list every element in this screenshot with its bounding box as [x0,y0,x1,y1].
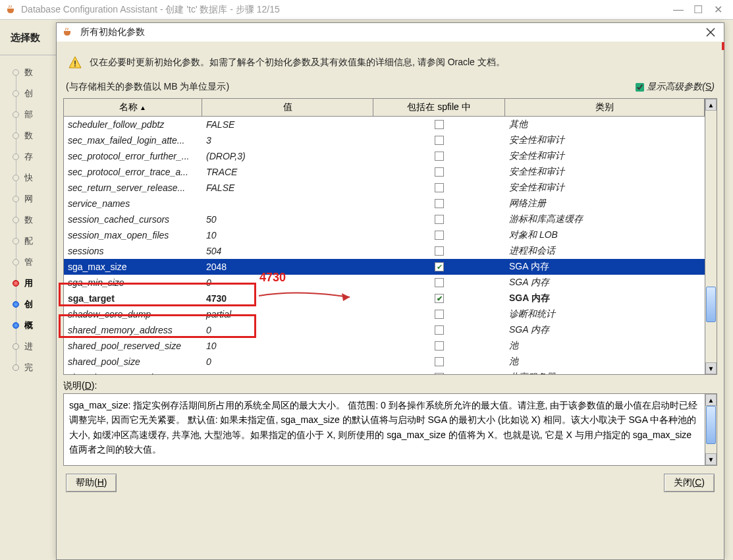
wizard-step[interactable]: 概 [16,318,49,333]
cell-spfile[interactable] [373,310,505,319]
table-row[interactable]: shared_pool_size0池 [64,354,705,370]
cell-value[interactable]: FALSE [202,182,373,193]
cell-spfile[interactable] [373,357,505,366]
cell-value[interactable]: 50 [202,214,373,225]
cell-value[interactable]: 10 [202,341,373,351]
spfile-checkbox[interactable] [435,357,444,366]
spfile-checkbox[interactable]: ✔ [435,262,444,271]
wizard-step[interactable]: 数 [16,212,49,228]
desc-scrollbar[interactable]: ▲ ▼ [705,394,717,465]
cell-spfile[interactable] [373,183,505,192]
cell-value[interactable]: 10 [202,230,373,240]
header-spfile[interactable]: 包括在 spfile 中 [373,99,505,116]
close-button[interactable]: 关闭(C) [664,474,715,492]
wizard-step[interactable]: 管 [16,254,49,270]
cell-value[interactable]: partial [202,309,373,320]
cell-value[interactable]: (DROP,3) [202,151,373,161]
show-advanced-checkbox-input[interactable] [636,83,644,92]
cell-spfile[interactable]: ✔ [373,294,505,303]
maximize-button[interactable]: ☐ [688,3,708,16]
spfile-checkbox[interactable] [435,167,444,177]
cell-spfile[interactable]: ✔ [373,262,505,271]
table-scrollbar[interactable]: ▲ ▼ [705,99,717,374]
table-row[interactable]: shared_server_sessions共享服务器 [64,370,705,374]
cell-value[interactable]: 4730 [202,293,373,304]
desc-scroll-down[interactable]: ▼ [705,453,717,465]
cell-value[interactable]: 0 [202,325,373,335]
spfile-checkbox[interactable] [435,215,444,224]
spfile-checkbox[interactable] [435,341,444,350]
cell-value[interactable]: TRACE [202,167,373,177]
spfile-checkbox[interactable]: ✔ [435,294,444,303]
wizard-step[interactable]: 数 [16,65,49,80]
table-row[interactable]: service_names网络注册 [64,196,705,211]
spfile-checkbox[interactable] [435,310,444,319]
wizard-step[interactable]: 进 [16,339,49,354]
spfile-checkbox[interactable] [435,199,444,208]
cell-spfile[interactable] [373,152,505,161]
description-textarea[interactable]: sga_max_size: 指定实例存活期间所占用的系统全局区的最大大小。 值范… [64,394,705,465]
cell-spfile[interactable] [373,325,505,335]
spfile-checkbox[interactable] [435,246,444,256]
table-row[interactable]: sga_target4730✔SGA 内存 [64,291,705,306]
cell-spfile[interactable] [373,231,505,240]
cell-spfile[interactable] [373,136,505,145]
table-row[interactable]: session_max_open_files10对象和 LOB [64,227,705,243]
cell-spfile[interactable] [373,278,505,287]
wizard-step[interactable]: 配 [16,233,49,249]
spfile-checkbox[interactable] [435,373,444,374]
table-row[interactable]: sessions504进程和会话 [64,243,705,259]
cell-spfile[interactable] [373,167,505,177]
cell-value[interactable]: FALSE [202,119,373,130]
wizard-step[interactable]: 用 [16,275,49,291]
cell-spfile[interactable] [373,373,505,374]
table-row[interactable]: sec_protocol_error_trace_a...TRACE安全性和审计 [64,164,705,180]
wizard-step[interactable]: 存 [16,149,49,165]
table-row[interactable]: shared_memory_address0SGA 内存 [64,322,705,338]
header-name[interactable]: 名称 [64,99,202,116]
spfile-checkbox[interactable] [435,231,444,240]
cell-value[interactable]: 0 [202,356,373,367]
scroll-up-button[interactable]: ▲ [705,99,717,111]
main-close-button[interactable]: ✕ [708,3,728,16]
cell-value[interactable]: 2048 [202,262,373,272]
spfile-checkbox[interactable] [435,325,444,335]
wizard-step[interactable]: 网 [16,191,49,207]
desc-scroll-thumb[interactable] [706,406,716,444]
table-row[interactable]: shadow_core_dumppartial诊断和统计 [64,306,705,322]
cell-spfile[interactable] [373,341,505,350]
cell-value[interactable]: 0 [202,277,373,288]
desc-scroll-up[interactable]: ▲ [705,394,717,406]
wizard-step[interactable]: 创 [16,86,49,101]
cell-spfile[interactable] [373,246,505,256]
cell-spfile[interactable] [373,215,505,224]
table-row[interactable]: session_cached_cursors50游标和库高速缓存 [64,211,705,227]
table-row[interactable]: shared_pool_reserved_size10池 [64,338,705,354]
help-button[interactable]: 帮助(H) [66,474,117,492]
wizard-step[interactable]: 部 [16,107,49,123]
spfile-checkbox[interactable] [435,136,444,145]
table-row[interactable]: sec_max_failed_login_atte...3安全性和审计 [64,132,705,148]
table-row[interactable]: sec_protocol_error_further_...(DROP,3)安全… [64,148,705,164]
wizard-step[interactable]: 数 [16,128,49,144]
table-row[interactable]: scheduler_follow_pdbtzFALSE其他 [64,117,705,132]
dialog-close-button[interactable] [703,26,719,39]
cell-value[interactable]: 3 [202,135,373,146]
header-category[interactable]: 类别 [505,99,705,116]
table-row[interactable]: sga_min_size0SGA 内存 [64,275,705,291]
minimize-button[interactable]: — [668,4,688,16]
wizard-step[interactable]: 快 [16,170,49,186]
table-row[interactable]: sga_max_size2048✔SGA 内存 [64,259,705,275]
scroll-thumb[interactable] [706,287,716,322]
cell-spfile[interactable] [373,120,505,129]
header-value[interactable]: 值 [202,99,373,116]
spfile-checkbox[interactable] [435,120,444,129]
wizard-step[interactable]: 完 [16,360,49,376]
spfile-checkbox[interactable] [435,183,444,192]
show-advanced-checkbox[interactable]: 显示高级参数(S) [636,81,715,93]
table-row[interactable]: sec_return_server_release...FALSE安全性和审计 [64,180,705,196]
scroll-down-button[interactable]: ▼ [705,362,717,374]
cell-spfile[interactable] [373,199,505,208]
wizard-step[interactable]: 创 [16,296,49,312]
cell-value[interactable]: 504 [202,246,373,256]
